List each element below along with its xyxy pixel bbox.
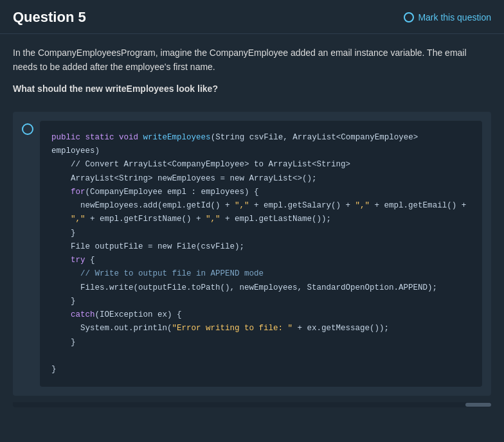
question-body: In the CompanyEmployeesProgram, imagine … [0,34,504,112]
mark-circle-icon [404,12,414,22]
radio-button[interactable] [22,123,33,135]
scrollbar-area[interactable] [13,402,491,407]
scrollbar-thumb[interactable] [465,403,491,407]
question-subtext: What should the new writeEmployees look … [13,84,491,94]
mark-question-button[interactable]: Mark this question [404,12,491,22]
question-description: In the CompanyEmployeesProgram, imagine … [13,46,491,75]
answer-option-row[interactable]: public static void writeEmployees(String… [13,112,491,396]
answer-option[interactable]: public static void writeEmployees(String… [13,112,491,396]
question-title: Question 5 [13,9,86,26]
question-header: Question 5 Mark this question [0,0,504,34]
code-display: public static void writeEmployees(String… [40,121,482,387]
mark-question-label: Mark this question [418,12,491,22]
